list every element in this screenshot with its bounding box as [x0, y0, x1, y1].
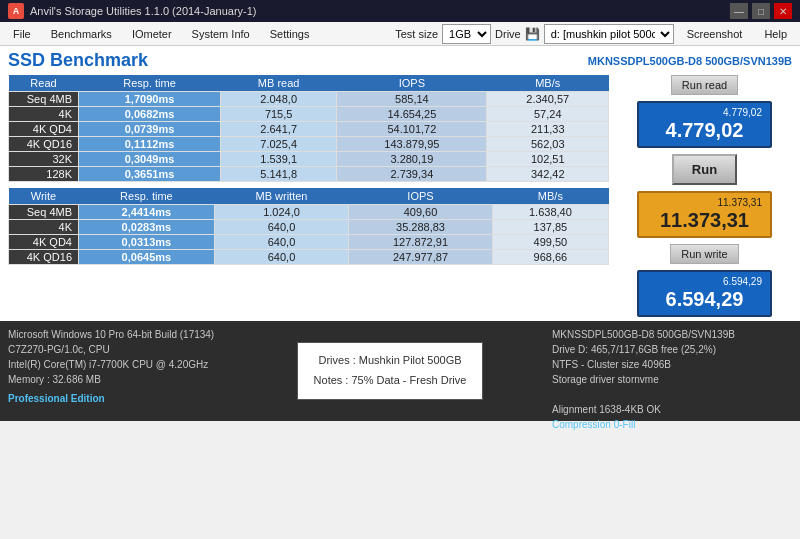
menu-help[interactable]: Help: [755, 25, 796, 43]
read-row-label: 32K: [9, 152, 79, 167]
write-table-row: 4K QD16 0,0645ms 640,0 247.977,87 968,66: [9, 250, 609, 265]
run-button[interactable]: Run: [672, 154, 737, 185]
status-os: Microsoft Windows 10 Pro 64-bit Build (1…: [8, 327, 228, 342]
read-mb-header: MB read: [221, 75, 337, 92]
read-resp: 0,3651ms: [79, 167, 221, 182]
read-row-label: 128K: [9, 167, 79, 182]
bench-area: Read Resp. time MB read IOPS MB/s Seq 4M…: [8, 75, 792, 317]
status-right: MKNSSDPL500GB-D8 500GB/SVN139B Drive D: …: [552, 327, 792, 415]
status-compression: Compression 0-Fill: [552, 417, 792, 432]
run-read-button[interactable]: Run read: [671, 75, 738, 95]
write-col-header: Write: [9, 188, 79, 205]
minimize-button[interactable]: —: [730, 3, 748, 19]
write-table-row: 4K 0,0283ms 640,0 35.288,83 137,85: [9, 220, 609, 235]
menu-right: Test size 1GB 4GB Drive 💾 d: [mushkin pi…: [395, 24, 796, 44]
drives-line2: Notes : 75% Data - Fresh Drive: [314, 371, 467, 391]
read-mbs: 57,24: [487, 107, 609, 122]
status-board: C7Z270-PG/1.0c, CPU: [8, 342, 228, 357]
read-table-row: 32K 0,3049ms 1.539,1 3.280,19 102,51: [9, 152, 609, 167]
write-table-row: Seq 4MB 2,4414ms 1.024,0 409,60 1.638,40: [9, 205, 609, 220]
status-drive-space: Drive D: 465,7/117,6GB free (25,2%): [552, 342, 792, 357]
status-driver: Storage driver stornvme: [552, 372, 792, 387]
menu-iometer[interactable]: IOmeter: [123, 25, 181, 43]
status-bar: Microsoft Windows 10 Pro 64-bit Build (1…: [0, 321, 800, 421]
testsize-label: Test size: [395, 28, 438, 40]
read-resp: 0,3049ms: [79, 152, 221, 167]
write-mbs: 137,85: [492, 220, 608, 235]
status-cpu: Intel(R) Core(TM) i7-7700K CPU @ 4.20GHz: [8, 357, 228, 372]
write-score-big: 6.594,29: [647, 287, 762, 311]
read-table-row: 4K QD16 0,1112ms 7.025,4 143.879,95 562,…: [9, 137, 609, 152]
write-mb: 640,0: [214, 235, 348, 250]
maximize-button[interactable]: □: [752, 3, 770, 19]
read-mb: 1.539,1: [221, 152, 337, 167]
drive-icon: 💾: [525, 27, 540, 41]
menu-bar: File Benchmarks IOmeter System Info Sett…: [0, 22, 800, 46]
read-mbs: 102,51: [487, 152, 609, 167]
read-mb: 7.025,4: [221, 137, 337, 152]
read-row-label: Seq 4MB: [9, 92, 79, 107]
read-table-row: 4K 0,0682ms 715,5 14.654,25 57,24: [9, 107, 609, 122]
read-mbs: 211,33: [487, 122, 609, 137]
read-resp: 0,0682ms: [79, 107, 221, 122]
total-score-box: 11.373,31 11.373,31: [637, 191, 772, 238]
menu-screenshot[interactable]: Screenshot: [678, 25, 752, 43]
read-score-box: 4.779,02 4.779,02: [637, 101, 772, 148]
menu-benchmarks[interactable]: Benchmarks: [42, 25, 121, 43]
write-iops: 409,60: [349, 205, 493, 220]
read-mb: 715,5: [221, 107, 337, 122]
title-text: Anvil's Storage Utilities 1.1.0 (2014-Ja…: [30, 5, 730, 17]
read-score-big: 4.779,02: [647, 118, 762, 142]
status-drive-model: MKNSSDPL500GB-D8 500GB/SVN139B: [552, 327, 792, 342]
right-panel: Run read 4.779,02 4.779,02 Run 11.373,31…: [617, 75, 792, 317]
write-mbs: 1.638,40: [492, 205, 608, 220]
drive-select[interactable]: d: [mushkin pilot 500c: [544, 24, 674, 44]
app-icon: A: [8, 3, 24, 19]
status-center: Drives : Mushkin Pilot 500GB Notes : 75%…: [228, 327, 552, 415]
benchmark-header: SSD Benchmark MKNSSDPL500GB-D8 500GB/SVN…: [8, 50, 792, 71]
write-table-row: 4K QD4 0,0313ms 640,0 127.872,91 499,50: [9, 235, 609, 250]
read-row-label: 4K QD4: [9, 122, 79, 137]
menu-settings[interactable]: Settings: [261, 25, 319, 43]
read-mb: 5.141,8: [221, 167, 337, 182]
read-table-row: Seq 4MB 1,7090ms 2.048,0 585,14 2.340,57: [9, 92, 609, 107]
write-mbs: 499,50: [492, 235, 608, 250]
read-iops: 3.280,19: [337, 152, 487, 167]
read-mb: 2.641,7: [221, 122, 337, 137]
read-resp: 0,1112ms: [79, 137, 221, 152]
write-score-box: 6.594,29 6.594,29: [637, 270, 772, 317]
main-content: SSD Benchmark MKNSSDPL500GB-D8 500GB/SVN…: [0, 46, 800, 321]
read-mbs: 342,42: [487, 167, 609, 182]
read-col-header: Read: [9, 75, 79, 92]
menu-file[interactable]: File: [4, 25, 40, 43]
read-table-row: 4K QD4 0,0739ms 2.641,7 54.101,72 211,33: [9, 122, 609, 137]
drives-line1: Drives : Mushkin Pilot 500GB: [314, 351, 467, 371]
read-resp-header: Resp. time: [79, 75, 221, 92]
total-score-small: 11.373,31: [647, 197, 762, 208]
total-score-big: 11.373,31: [647, 208, 762, 232]
read-iops: 2.739,34: [337, 167, 487, 182]
status-blank: [552, 387, 792, 402]
testsize-select[interactable]: 1GB 4GB: [442, 24, 491, 44]
write-score-small: 6.594,29: [647, 276, 762, 287]
title-bar: A Anvil's Storage Utilities 1.1.0 (2014-…: [0, 0, 800, 22]
write-row-label: 4K: [9, 220, 79, 235]
read-table-row: 128K 0,3651ms 5.141,8 2.739,34 342,42: [9, 167, 609, 182]
read-iops: 143.879,95: [337, 137, 487, 152]
read-iops-header: IOPS: [337, 75, 487, 92]
status-filesystem: NTFS - Cluster size 4096B: [552, 357, 792, 372]
drives-notes-box: Drives : Mushkin Pilot 500GB Notes : 75%…: [297, 342, 484, 400]
read-resp: 0,0739ms: [79, 122, 221, 137]
read-mbs: 2.340,57: [487, 92, 609, 107]
write-resp: 0,0645ms: [79, 250, 215, 265]
run-write-button[interactable]: Run write: [670, 244, 738, 264]
close-button[interactable]: ✕: [774, 3, 792, 19]
write-resp: 2,4414ms: [79, 205, 215, 220]
read-table: Read Resp. time MB read IOPS MB/s Seq 4M…: [8, 75, 609, 182]
read-row-label: 4K QD16: [9, 137, 79, 152]
write-mb: 1.024,0: [214, 205, 348, 220]
benchmark-title: SSD Benchmark: [8, 50, 148, 71]
table-section: Read Resp. time MB read IOPS MB/s Seq 4M…: [8, 75, 609, 317]
status-left: Microsoft Windows 10 Pro 64-bit Build (1…: [8, 327, 228, 415]
menu-sysinfo[interactable]: System Info: [183, 25, 259, 43]
